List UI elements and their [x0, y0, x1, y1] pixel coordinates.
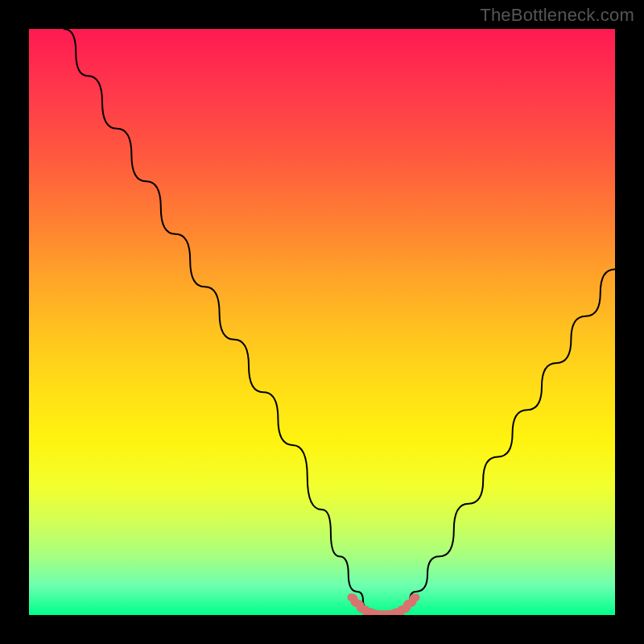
chart-frame: TheBottleneck.com [0, 0, 644, 644]
bottleneck-curve [64, 29, 615, 615]
watermark-text: TheBottleneck.com [480, 5, 634, 26]
sweet-spot-band [351, 597, 415, 614]
chart-svg [29, 29, 615, 615]
plot-area [29, 29, 615, 615]
